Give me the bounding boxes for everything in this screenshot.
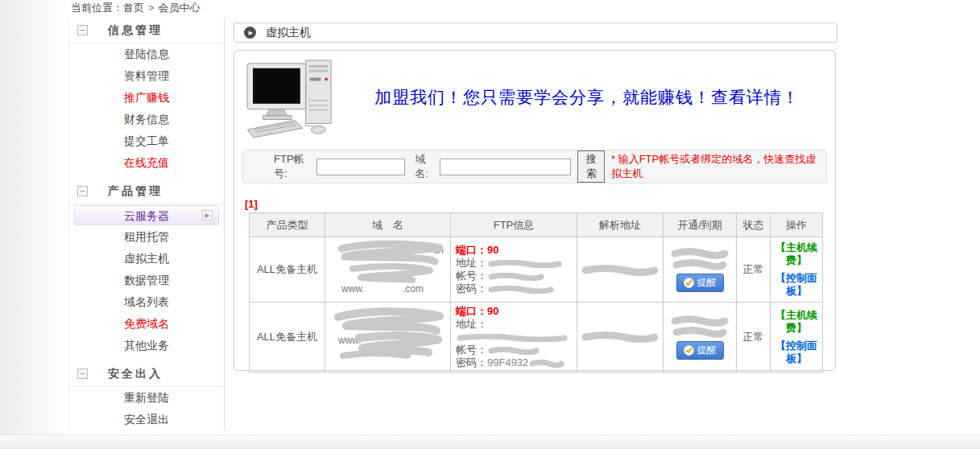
col-resolve-address: 解析地址	[577, 213, 664, 237]
host-search-bar: FTP帐号: 域名: 搜索 * 输入FTP帐号或者绑定的域名，快速查找虚拟主机	[242, 150, 827, 183]
sidebar-item-rent-hosting[interactable]: 租用托管	[69, 226, 224, 248]
sidebar-section-info[interactable]: 信息管理	[69, 18, 224, 43]
redacted-scribble	[329, 240, 448, 288]
breadcrumb-current-link[interactable]: 会员中心	[159, 2, 201, 14]
sidebar: 信息管理 登陆信息 资料管理 推广赚钱 财务信息 提交工单 在线充值 产品管理 …	[68, 18, 225, 430]
redacted-scribble	[669, 315, 730, 339]
redacted-scribble	[327, 306, 449, 362]
page-title: 虚拟主机	[266, 26, 311, 40]
table-row: ALL免备主机 cn www. .com 端口：90 地址： 帐号： 密码：	[250, 237, 823, 303]
play-circle-icon	[244, 27, 256, 39]
col-domain: 域 名	[325, 213, 451, 237]
product-type-cell: ALL免备主机	[250, 303, 325, 373]
sidebar-item-free-domain[interactable]: 免费域名	[69, 313, 224, 335]
affiliate-banner-link[interactable]: 加盟我们！您只需要学会分享，就能赚钱！查看详情！	[345, 86, 829, 109]
search-button[interactable]: 搜索	[577, 150, 605, 183]
status-cell: 正常	[737, 303, 771, 373]
host-renew-link[interactable]: 【主机续费】	[772, 309, 821, 336]
col-product-type: 产品类型	[250, 213, 325, 237]
collapse-minus-icon[interactable]	[77, 186, 88, 196]
sidebar-section-title: 信息管理	[108, 23, 163, 38]
sidebar-item-ticket[interactable]: 提交工单	[69, 130, 224, 152]
clock-check-icon	[684, 345, 694, 356]
remind-button[interactable]: 提醒	[676, 341, 724, 360]
sidebar-item-domain-list[interactable]: 域名列表	[69, 291, 224, 313]
redacted-scribble	[581, 331, 660, 344]
open-expire-cell: 提醒	[664, 237, 737, 303]
collapse-minus-icon[interactable]	[77, 369, 88, 379]
ftp-account-label: 帐号：	[456, 344, 487, 356]
remind-button-label: 提醒	[697, 344, 717, 357]
search-hint-text: * 输入FTP帐号或者绑定的域名，快速查找虚拟主机	[611, 152, 826, 181]
hosts-table: 产品类型 域 名 FTP信息 解析地址 开通/到期 状态 操作 ALL免备主机 …	[249, 212, 823, 373]
sidebar-item-logout[interactable]: 安全退出	[69, 409, 224, 430]
col-ftp-info: FTP信息	[451, 213, 577, 237]
col-status: 状态	[737, 213, 771, 237]
breadcrumb-home-link[interactable]: 首页	[123, 2, 144, 14]
ftp-address-label: 地址：	[456, 257, 487, 269]
ftp-account-input[interactable]	[316, 159, 405, 175]
page-footer-strip	[0, 435, 980, 449]
ftp-account-label: 帐号：	[456, 270, 487, 282]
page-left-gradient	[0, 0, 66, 449]
redacted-scribble	[487, 347, 540, 355]
remind-button[interactable]: 提醒	[676, 274, 724, 292]
collapse-minus-icon[interactable]	[77, 25, 88, 35]
page: 当前位置：首页>会员中心 信息管理 登陆信息 资料管理 推广赚钱 财务信息 提交…	[0, 0, 980, 449]
ftp-port-value: 90	[487, 305, 498, 317]
chevron-right-icon[interactable]	[202, 210, 213, 220]
sidebar-section-title: 产品管理	[108, 184, 163, 199]
sidebar-item-recharge[interactable]: 在线充值	[69, 152, 224, 174]
product-type-cell: ALL免备主机	[250, 237, 325, 303]
sidebar-item-virtual-host[interactable]: 虚拟主机	[69, 248, 224, 270]
ftp-password-label: 密码：	[456, 356, 487, 369]
sidebar-item-login-info[interactable]: 登陆信息	[69, 43, 224, 65]
open-expire-cell: 提醒	[664, 303, 737, 373]
sidebar-item-label: 云服务器	[124, 209, 169, 222]
content-header-bar: 虚拟主机	[234, 23, 837, 43]
content-panel: 加盟我们！您只需要学会分享，就能赚钱！查看详情！ FTP帐号: 域名: 搜索 *…	[234, 50, 836, 371]
table-row: ALL免备主机 www. 端口：90 地址： 帐号： 密码：99F4932	[250, 303, 823, 373]
sidebar-item-other-business[interactable]: 其他业务	[69, 335, 224, 356]
sidebar-item-finance[interactable]: 财务信息	[69, 109, 224, 130]
host-renew-link[interactable]: 【主机续费】	[772, 241, 821, 268]
sidebar-item-data-mgmt[interactable]: 数据管理	[69, 270, 224, 291]
sidebar-item-profile[interactable]: 资料管理	[69, 65, 224, 87]
breadcrumb-prefix: 当前位置：	[71, 2, 123, 14]
breadcrumb: 当前位置：首页>会员中心	[71, 1, 201, 15]
control-panel-link[interactable]: 【控制面板】	[772, 340, 821, 366]
resolve-address-cell	[577, 303, 664, 373]
ftp-port-label: 端口：	[456, 244, 487, 256]
breadcrumb-separator: >	[148, 2, 155, 14]
redacted-scribble	[669, 247, 730, 271]
redacted-scribble	[456, 334, 569, 342]
sidebar-item-promote-earn[interactable]: 推广赚钱	[69, 87, 224, 109]
ftp-info-cell: 端口：90 地址： 帐号： 密码：	[451, 237, 577, 303]
domain-label: 域名:	[415, 152, 436, 181]
ftp-address-label: 地址：	[456, 318, 487, 330]
redacted-scribble	[581, 265, 660, 276]
domain-input[interactable]	[440, 159, 571, 175]
ftp-info-cell: 端口：90 地址： 帐号： 密码：99F4932	[451, 303, 577, 373]
sidebar-item-cloud-server[interactable]: 云服务器	[74, 205, 219, 225]
actions-cell: 【主机续费】 【控制面板】	[771, 237, 823, 303]
control-panel-link[interactable]: 【控制面板】	[772, 272, 821, 299]
redacted-scribble	[487, 286, 555, 294]
domain-cell: cn www. .com	[325, 237, 451, 303]
sidebar-section-products[interactable]: 产品管理	[69, 179, 224, 204]
domain-cell: www.	[325, 303, 451, 373]
ftp-port-value: 90	[487, 244, 498, 256]
col-open-expire: 开通/到期	[664, 213, 737, 237]
redacted-scribble	[528, 360, 565, 368]
pagination-page-1[interactable]: [1]	[245, 198, 258, 210]
ftp-password-fragment: 99F4932	[487, 356, 528, 369]
status-cell: 正常	[737, 237, 771, 303]
ftp-password-label: 密码：	[456, 282, 487, 295]
actions-cell: 【主机续费】 【控制面板】	[771, 303, 823, 373]
remind-button-label: 提醒	[697, 276, 717, 290]
sidebar-section-security[interactable]: 安全出入	[69, 361, 224, 387]
redacted-scribble	[487, 260, 563, 268]
ftp-port-label: 端口：	[456, 305, 487, 317]
sidebar-item-relogin[interactable]: 重新登陆	[69, 387, 224, 409]
computer-image	[246, 59, 341, 138]
